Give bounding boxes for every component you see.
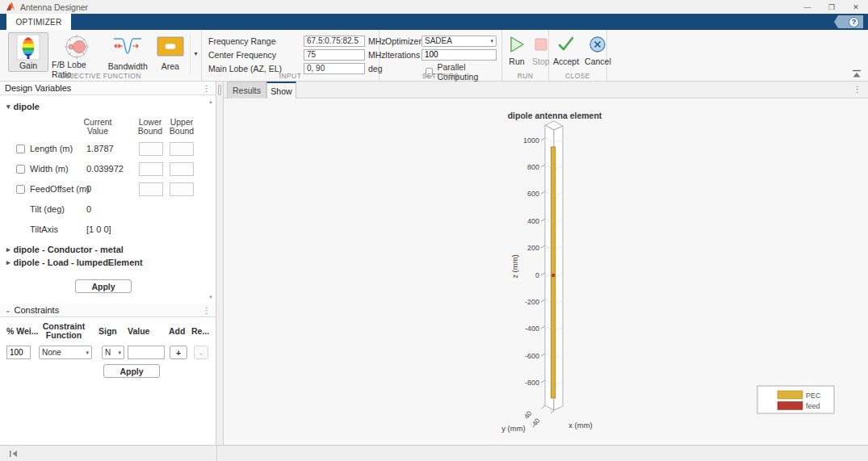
fb-lobe-ratio-button[interactable]: F/B Lobe Ratio: [48, 32, 105, 72]
tab-show[interactable]: Show: [266, 82, 296, 98]
minimize-icon[interactable]: —: [795, 0, 820, 14]
width-lower-bound-input[interactable]: [139, 162, 163, 176]
constraint-function-dropdown[interactable]: None ▾: [39, 346, 92, 359]
constraints-header[interactable]: ⌄ Constraints ⋮: [0, 304, 216, 317]
stop-icon: [534, 35, 548, 54]
caret-right-icon: ▸: [6, 245, 10, 254]
feedoffset-upper-bound-input[interactable]: [170, 182, 194, 196]
settings-section-label: SETTINGS: [379, 72, 501, 80]
scroll-down-icon[interactable]: ▼: [208, 295, 213, 300]
design-variables-header: Design Variables ⋮: [0, 82, 216, 95]
z-axis-ticks: 1000 800 600 400 200 0 -200 -400 -600 -8…: [523, 136, 539, 387]
chevron-down-icon: ▾: [194, 50, 197, 57]
status-bar-divider: [216, 446, 217, 461]
row-width: Width (m) 0.039972: [0, 161, 216, 176]
design-variables-apply-button[interactable]: Apply: [75, 279, 132, 293]
chevron-down-icon: ⌄: [5, 306, 11, 314]
width-label: Width (m): [30, 164, 69, 174]
kebab-menu-icon[interactable]: ⋮: [203, 306, 211, 315]
chevron-down-icon: ▾: [86, 350, 89, 356]
tilt-value: 0: [86, 204, 91, 214]
close-icon[interactable]: ✕: [844, 0, 868, 14]
svg-text:400: 400: [527, 217, 539, 225]
sign-dropdown[interactable]: N ▾: [102, 346, 124, 359]
cancel-label: Cancel: [585, 57, 611, 66]
section-run: Run Stop RUN: [502, 30, 549, 81]
svg-text:-800: -800: [525, 379, 539, 387]
col-value: Value: [128, 327, 149, 336]
length-value: 1.8787: [86, 144, 114, 153]
svg-text:1000: 1000: [523, 136, 539, 145]
tab-optimizer[interactable]: OPTIMIZER: [6, 14, 71, 30]
constraints-apply-button[interactable]: Apply: [103, 364, 160, 378]
optimizer-dropdown[interactable]: SADEA ▾: [421, 36, 497, 47]
center-frequency-label: Center Frequency: [208, 50, 304, 60]
restore-icon[interactable]: ❐: [820, 0, 844, 14]
bandwidth-icon: [111, 34, 144, 60]
feedoffset-lower-bound-input[interactable]: [139, 182, 163, 196]
design-variables-title: Design Variables: [5, 83, 71, 93]
kebab-menu-icon[interactable]: ⋮: [853, 85, 862, 94]
antenna-plot[interactable]: dipole antenna element: [224, 98, 868, 445]
ribbon-tab-strip: OPTIMIZER ?: [0, 14, 868, 30]
area-button[interactable]: Area: [151, 32, 190, 72]
section-objective-function: Gain F/B Lobe Ratio: [0, 30, 202, 81]
chevron-down-icon: ▾: [490, 38, 493, 44]
feedoffset-value: 0: [86, 184, 91, 194]
center-frequency-input[interactable]: [304, 49, 365, 61]
svg-text:-600: -600: [525, 352, 539, 360]
collapse-ribbon-icon[interactable]: [851, 69, 862, 78]
matlab-logo-icon: [6, 2, 15, 12]
constraint-value-input[interactable]: [128, 346, 165, 359]
row-tilt: Tilt (deg) 0: [0, 202, 216, 216]
optimizer-value: SADEA: [425, 36, 452, 45]
close-section-label: CLOSE: [549, 72, 606, 80]
iterations-input[interactable]: [421, 49, 497, 61]
help-button[interactable]: ?: [834, 15, 863, 28]
help-icon: ?: [849, 17, 859, 27]
frequency-range-row: Frequency Range MHz: [208, 35, 374, 47]
caret-down-icon: ▾: [6, 103, 10, 111]
tree-node-load[interactable]: ▸ dipole - Load - lumpedElement: [6, 258, 143, 267]
col-weight: % Wei...: [6, 327, 38, 336]
accept-label: Accept: [553, 57, 579, 66]
tab-results[interactable]: Results: [227, 82, 266, 98]
kebab-menu-icon[interactable]: ⋮: [203, 84, 211, 93]
add-constraint-button[interactable]: +: [170, 346, 187, 359]
feedoffset-label: FeedOffset (m): [30, 184, 90, 194]
viewer-panel: Results Show ⋮ dipole antenna element: [224, 82, 868, 445]
svg-text:-40: -40: [529, 417, 542, 430]
svg-text:200: 200: [527, 244, 539, 252]
optimizer-row: Optimizer SADEA ▾: [385, 35, 497, 47]
length-upper-bound-input[interactable]: [170, 142, 194, 156]
width-upper-bound-input[interactable]: [170, 162, 194, 176]
length-lower-bound-input[interactable]: [139, 142, 163, 156]
row-length: Length (m) 1.8787: [0, 141, 216, 156]
svg-text:40: 40: [522, 409, 534, 421]
objective-gallery-dropdown[interactable]: ▾: [190, 34, 201, 73]
frequency-range-input[interactable]: [304, 36, 365, 47]
bandwidth-button[interactable]: Bandwidth: [105, 32, 151, 72]
tree-node-conductor[interactable]: ▸ dipole - Conductor - metal: [6, 245, 124, 254]
collapse-left-icon[interactable]: [9, 450, 19, 458]
feedoffset-checkbox[interactable]: [16, 185, 25, 194]
legend-label-pec: PEC: [806, 392, 821, 400]
col-remove: Re...: [191, 327, 209, 336]
length-checkbox[interactable]: [16, 145, 25, 153]
ribbon: Gain F/B Lobe Ratio: [0, 30, 868, 82]
panel-splitter[interactable]: [216, 82, 224, 445]
section-close: Accept Cancel CLOSE: [549, 30, 607, 81]
iterations-row: Iterations: [385, 48, 497, 61]
width-checkbox[interactable]: [16, 165, 25, 174]
gain-button[interactable]: Gain: [8, 32, 48, 72]
status-bar: [0, 445, 868, 461]
stop-label: Stop: [532, 57, 550, 66]
weight-input[interactable]: [6, 346, 31, 359]
scroll-up-icon[interactable]: ▲: [208, 99, 213, 104]
antenna-designer-window: Antenna Designer — ❐ ✕ OPTIMIZER ?: [0, 0, 868, 461]
row-tiltaxis: TiltAxis [1 0 0]: [0, 222, 216, 237]
column-header-current-value: Current Value: [79, 118, 116, 136]
width-value: 0.039972: [86, 164, 124, 174]
window-controls: — ❐ ✕: [795, 0, 868, 14]
tree-node-dipole[interactable]: ▾ dipole: [6, 102, 40, 111]
